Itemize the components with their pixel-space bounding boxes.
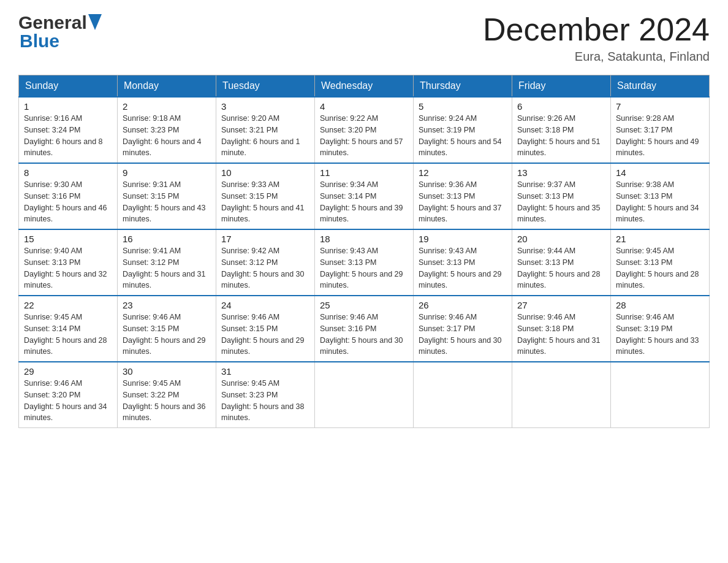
week-row-2: 8Sunrise: 9:30 AMSunset: 3:16 PMDaylight… (19, 163, 710, 229)
day-info: Sunrise: 9:45 AMSunset: 3:23 PMDaylight:… (221, 378, 309, 424)
column-header-friday: Friday (512, 75, 611, 98)
day-number: 16 (123, 234, 211, 244)
day-cell-28: 28Sunrise: 9:46 AMSunset: 3:19 PMDayligh… (611, 296, 710, 362)
day-number: 19 (419, 234, 507, 244)
day-cell-8: 8Sunrise: 9:30 AMSunset: 3:16 PMDaylight… (19, 163, 118, 229)
day-cell-26: 26Sunrise: 9:46 AMSunset: 3:17 PMDayligh… (414, 296, 512, 362)
day-cell-7: 7Sunrise: 9:28 AMSunset: 3:17 PMDaylight… (611, 97, 710, 163)
day-number: 23 (123, 300, 211, 310)
day-cell-20: 20Sunrise: 9:44 AMSunset: 3:13 PMDayligh… (512, 229, 611, 296)
day-cell-24: 24Sunrise: 9:46 AMSunset: 3:15 PMDayligh… (216, 296, 315, 362)
day-cell-14: 14Sunrise: 9:38 AMSunset: 3:13 PMDayligh… (611, 163, 710, 229)
day-info: Sunrise: 9:40 AMSunset: 3:13 PMDaylight:… (24, 245, 112, 291)
day-info: Sunrise: 9:30 AMSunset: 3:16 PMDaylight:… (24, 179, 112, 225)
day-number: 2 (123, 101, 211, 112)
day-number: 22 (24, 300, 112, 310)
day-cell-2: 2Sunrise: 9:18 AMSunset: 3:23 PMDaylight… (118, 97, 216, 163)
logo-general: General (18, 12, 87, 33)
day-info: Sunrise: 9:34 AMSunset: 3:14 PMDaylight:… (320, 179, 408, 225)
day-number: 14 (616, 167, 704, 178)
location: Eura, Satakunta, Finland (483, 50, 710, 64)
logo-triangle-icon (88, 14, 102, 30)
day-number: 21 (616, 234, 704, 244)
day-number: 25 (320, 300, 408, 310)
day-number: 13 (517, 167, 605, 178)
day-cell-22: 22Sunrise: 9:45 AMSunset: 3:14 PMDayligh… (19, 296, 118, 362)
day-cell-10: 10Sunrise: 9:33 AMSunset: 3:15 PMDayligh… (216, 163, 315, 229)
column-header-tuesday: Tuesday (216, 75, 315, 98)
column-header-saturday: Saturday (611, 75, 710, 98)
column-header-sunday: Sunday (19, 75, 118, 98)
day-info: Sunrise: 9:22 AMSunset: 3:20 PMDaylight:… (320, 113, 408, 159)
day-info: Sunrise: 9:44 AMSunset: 3:13 PMDaylight:… (517, 245, 605, 291)
day-cell-18: 18Sunrise: 9:43 AMSunset: 3:13 PMDayligh… (315, 229, 414, 296)
day-info: Sunrise: 9:43 AMSunset: 3:13 PMDaylight:… (320, 245, 408, 291)
calendar-header-row: SundayMondayTuesdayWednesdayThursdayFrid… (19, 75, 710, 98)
day-info: Sunrise: 9:46 AMSunset: 3:15 PMDaylight:… (123, 312, 211, 358)
day-cell-23: 23Sunrise: 9:46 AMSunset: 3:15 PMDayligh… (118, 296, 216, 362)
day-number: 26 (419, 300, 507, 310)
week-row-5: 29Sunrise: 9:46 AMSunset: 3:20 PMDayligh… (19, 362, 710, 428)
day-number: 12 (419, 167, 507, 178)
week-row-4: 22Sunrise: 9:45 AMSunset: 3:14 PMDayligh… (19, 296, 710, 362)
day-info: Sunrise: 9:33 AMSunset: 3:15 PMDaylight:… (221, 179, 309, 225)
day-cell-3: 3Sunrise: 9:20 AMSunset: 3:21 PMDaylight… (216, 97, 315, 163)
calendar: SundayMondayTuesdayWednesdayThursdayFrid… (18, 75, 710, 428)
day-number: 18 (320, 234, 408, 244)
day-info: Sunrise: 9:46 AMSunset: 3:17 PMDaylight:… (419, 312, 507, 358)
day-cell-19: 19Sunrise: 9:43 AMSunset: 3:13 PMDayligh… (414, 229, 512, 296)
day-number: 1 (24, 101, 112, 112)
day-cell-5: 5Sunrise: 9:24 AMSunset: 3:19 PMDaylight… (414, 97, 512, 163)
empty-cell (315, 362, 414, 428)
day-info: Sunrise: 9:46 AMSunset: 3:18 PMDaylight:… (517, 312, 605, 358)
day-info: Sunrise: 9:45 AMSunset: 3:14 PMDaylight:… (24, 312, 112, 358)
day-info: Sunrise: 9:37 AMSunset: 3:13 PMDaylight:… (517, 179, 605, 225)
day-cell-30: 30Sunrise: 9:45 AMSunset: 3:22 PMDayligh… (118, 362, 216, 428)
day-number: 3 (221, 101, 309, 112)
day-cell-13: 13Sunrise: 9:37 AMSunset: 3:13 PMDayligh… (512, 163, 611, 229)
week-row-3: 15Sunrise: 9:40 AMSunset: 3:13 PMDayligh… (19, 229, 710, 296)
day-info: Sunrise: 9:18 AMSunset: 3:23 PMDaylight:… (123, 113, 211, 159)
day-number: 30 (123, 366, 211, 377)
day-cell-12: 12Sunrise: 9:36 AMSunset: 3:13 PMDayligh… (414, 163, 512, 229)
day-cell-21: 21Sunrise: 9:45 AMSunset: 3:13 PMDayligh… (611, 229, 710, 296)
day-info: Sunrise: 9:45 AMSunset: 3:13 PMDaylight:… (616, 245, 704, 291)
day-number: 7 (616, 101, 704, 112)
day-info: Sunrise: 9:31 AMSunset: 3:15 PMDaylight:… (123, 179, 211, 225)
day-cell-27: 27Sunrise: 9:46 AMSunset: 3:18 PMDayligh… (512, 296, 611, 362)
day-number: 6 (517, 101, 605, 112)
day-number: 5 (419, 101, 507, 112)
day-info: Sunrise: 9:46 AMSunset: 3:15 PMDaylight:… (221, 312, 309, 358)
day-number: 17 (221, 234, 309, 244)
day-info: Sunrise: 9:28 AMSunset: 3:17 PMDaylight:… (616, 113, 704, 159)
month-title: December 2024 (483, 12, 710, 47)
day-number: 9 (123, 167, 211, 178)
logo-blue: Blue (18, 31, 59, 52)
day-cell-11: 11Sunrise: 9:34 AMSunset: 3:14 PMDayligh… (315, 163, 414, 229)
day-number: 10 (221, 167, 309, 178)
day-info: Sunrise: 9:26 AMSunset: 3:18 PMDaylight:… (517, 113, 605, 159)
column-header-thursday: Thursday (414, 75, 512, 98)
day-info: Sunrise: 9:36 AMSunset: 3:13 PMDaylight:… (419, 179, 507, 225)
day-info: Sunrise: 9:42 AMSunset: 3:12 PMDaylight:… (221, 245, 309, 291)
day-number: 28 (616, 300, 704, 310)
header: General Blue December 2024 Eura, Satakun… (18, 12, 710, 64)
day-number: 4 (320, 101, 408, 112)
day-number: 15 (24, 234, 112, 244)
day-info: Sunrise: 9:24 AMSunset: 3:19 PMDaylight:… (419, 113, 507, 159)
day-number: 24 (221, 300, 309, 310)
day-cell-17: 17Sunrise: 9:42 AMSunset: 3:12 PMDayligh… (216, 229, 315, 296)
day-number: 29 (24, 366, 112, 377)
day-number: 31 (221, 366, 309, 377)
empty-cell (512, 362, 611, 428)
day-cell-25: 25Sunrise: 9:46 AMSunset: 3:16 PMDayligh… (315, 296, 414, 362)
empty-cell (611, 362, 710, 428)
day-info: Sunrise: 9:20 AMSunset: 3:21 PMDaylight:… (221, 113, 309, 159)
column-header-monday: Monday (118, 75, 216, 98)
day-cell-29: 29Sunrise: 9:46 AMSunset: 3:20 PMDayligh… (19, 362, 118, 428)
day-info: Sunrise: 9:45 AMSunset: 3:22 PMDaylight:… (123, 378, 211, 424)
day-cell-31: 31Sunrise: 9:45 AMSunset: 3:23 PMDayligh… (216, 362, 315, 428)
day-cell-15: 15Sunrise: 9:40 AMSunset: 3:13 PMDayligh… (19, 229, 118, 296)
week-row-1: 1Sunrise: 9:16 AMSunset: 3:24 PMDaylight… (19, 97, 710, 163)
day-number: 8 (24, 167, 112, 178)
